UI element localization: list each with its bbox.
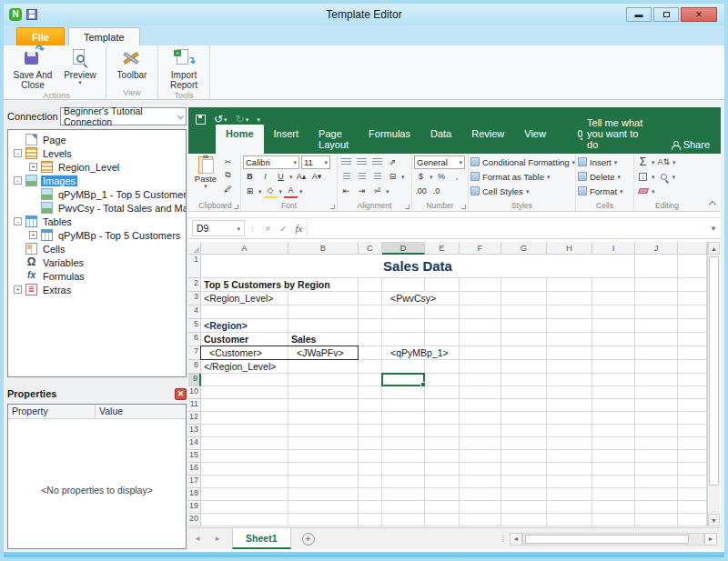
cell[interactable] — [359, 488, 382, 501]
decrease-indent-icon[interactable]: ⇤ — [339, 185, 353, 198]
align-middle-icon[interactable] — [355, 155, 369, 169]
tree-item-levels[interactable]: -Levels — [8, 146, 186, 160]
row-header-2[interactable]: 2 — [188, 278, 201, 292]
cell[interactable] — [635, 333, 678, 346]
row-header-14[interactable]: 14 — [188, 437, 201, 450]
autosum-icon[interactable]: Σ — [636, 155, 650, 169]
cell[interactable] — [547, 399, 592, 412]
share-button[interactable]: Share — [661, 135, 721, 154]
cell[interactable] — [592, 399, 635, 412]
cell[interactable] — [460, 374, 501, 386]
cell[interactable] — [501, 450, 547, 463]
cell[interactable] — [288, 501, 359, 514]
row-header-8[interactable]: 8 — [188, 360, 201, 374]
cell[interactable] — [678, 319, 707, 333]
align-left-icon[interactable] — [339, 170, 353, 184]
select-all-corner[interactable] — [188, 242, 201, 255]
cell[interactable] — [592, 333, 635, 346]
cell[interactable] — [460, 306, 501, 319]
cell[interactable] — [592, 386, 635, 399]
preview-button[interactable]: Preview ▾ — [57, 47, 103, 85]
bold-button[interactable]: B — [243, 170, 257, 184]
cell-D3[interactable]: <PwvCsy> — [382, 292, 460, 306]
undo-button[interactable]: ↺ ▾ — [214, 113, 228, 125]
cell[interactable] — [425, 386, 460, 399]
excel-tab[interactable]: Formulas — [359, 125, 420, 154]
cell[interactable] — [425, 412, 460, 425]
cell-A5[interactable]: <Region> — [201, 319, 288, 333]
cell[interactable] — [288, 437, 359, 450]
cell-B7[interactable]: <JWaPFv> — [288, 346, 359, 360]
cell[interactable] — [501, 425, 547, 437]
clipboard-dialog-launcher[interactable] — [234, 205, 238, 209]
cell[interactable] — [678, 437, 707, 450]
cell-A7[interactable]: <Customer> — [201, 346, 288, 360]
cell[interactable] — [425, 278, 460, 292]
row-header-4[interactable]: 4 — [188, 306, 201, 319]
cell-styles-button[interactable]: Cell Styles▾ — [470, 184, 573, 198]
cell[interactable] — [635, 278, 678, 292]
cell[interactable] — [425, 514, 460, 526]
cell[interactable] — [359, 463, 382, 476]
cell[interactable] — [382, 374, 425, 386]
cell[interactable] — [359, 319, 382, 333]
excel-save-icon[interactable] — [196, 115, 206, 125]
cell[interactable] — [501, 360, 547, 374]
align-bottom-icon[interactable] — [370, 155, 384, 169]
row-header-11[interactable]: 11 — [188, 399, 201, 412]
cell[interactable] — [359, 278, 382, 292]
cell[interactable] — [288, 319, 359, 333]
column-header-partial[interactable] — [678, 242, 707, 255]
collapse-icon[interactable]: - — [14, 149, 22, 157]
excel-tab[interactable]: Page Layout — [308, 125, 359, 154]
cell[interactable] — [635, 360, 678, 374]
import-report-button[interactable]: x↴ Import Report — [161, 47, 207, 90]
cell[interactable] — [635, 306, 678, 319]
cell[interactable] — [425, 333, 460, 346]
cell[interactable] — [547, 450, 592, 463]
cell[interactable] — [288, 463, 359, 476]
cell-A3[interactable]: <Region_Level> — [201, 292, 288, 306]
paste-button[interactable]: Paste ▾ — [192, 155, 219, 201]
cell[interactable] — [635, 425, 678, 437]
alignment-dialog-launcher[interactable] — [405, 205, 410, 209]
tree-item-region-level[interactable]: +Region_Level — [8, 160, 186, 174]
cell[interactable] — [592, 437, 635, 450]
tree-item-formulas[interactable]: fxFormulas — [8, 269, 186, 283]
cell[interactable] — [592, 476, 635, 488]
cell[interactable] — [635, 346, 678, 360]
cell[interactable] — [425, 374, 460, 386]
excel-tab[interactable]: Home — [216, 125, 264, 154]
column-header-F[interactable]: F — [460, 242, 501, 255]
cell[interactable] — [678, 488, 707, 501]
name-box[interactable]: D9 ▾ — [192, 220, 245, 236]
align-center-icon[interactable] — [355, 170, 369, 184]
cell[interactable] — [288, 488, 359, 501]
redo-button[interactable]: ↻ ▾ — [236, 113, 249, 125]
cell[interactable] — [678, 476, 707, 488]
column-header-J[interactable]: J — [635, 242, 678, 255]
cell[interactable] — [288, 450, 359, 463]
delete-cells-button[interactable]: Delete▾ — [578, 169, 632, 184]
cell[interactable] — [201, 306, 288, 319]
cell[interactable] — [501, 374, 547, 386]
cell[interactable] — [592, 346, 635, 360]
increase-decimal-icon[interactable]: .00 — [414, 185, 428, 198]
cell[interactable] — [592, 501, 635, 514]
cell[interactable] — [201, 412, 288, 425]
cell-A6[interactable]: Customer — [201, 333, 288, 346]
cell[interactable] — [359, 386, 382, 399]
cell[interactable] — [359, 412, 382, 425]
cell[interactable] — [359, 501, 382, 514]
excel-tab[interactable]: Data — [420, 125, 461, 154]
cell[interactable] — [359, 374, 382, 386]
cell[interactable] — [201, 437, 288, 450]
font-name-combo[interactable]: Calibri▾ — [243, 155, 299, 169]
cell[interactable] — [678, 374, 707, 386]
cell[interactable] — [460, 463, 501, 476]
cell[interactable] — [425, 488, 460, 501]
cell[interactable] — [460, 425, 501, 437]
cell[interactable] — [592, 488, 635, 501]
cell[interactable] — [592, 425, 635, 437]
cell[interactable] — [547, 437, 592, 450]
